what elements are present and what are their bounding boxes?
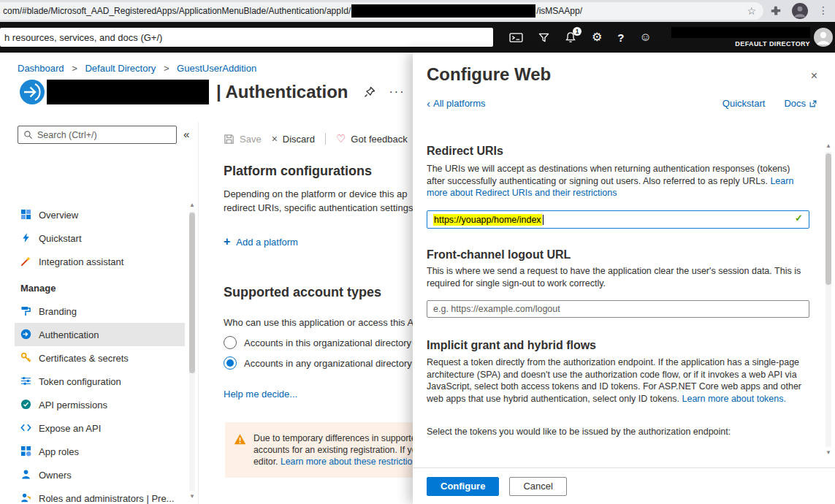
azure-top-bar: h resources, services, and docs (G+/) 1 … (0, 22, 835, 53)
redirect-uris-description: The URIs we will accept as destinations … (427, 163, 809, 199)
global-search-input[interactable]: h resources, services, and docs (G+/) (0, 28, 493, 47)
panel-scrollbar[interactable]: ▲ ▼ (824, 142, 833, 457)
bookmark-star-icon[interactable]: ☆ (747, 5, 756, 17)
platform-desc-line2: redirect URIs, specific authentication s… (224, 201, 424, 215)
sidebar-scrollbar[interactable]: ▲ ▼ (188, 201, 197, 501)
scroll-up-icon[interactable]: ▲ (188, 201, 197, 210)
account-info[interactable]: DEFAULT DIRECTORY (671, 27, 810, 47)
sidebar-item-label: App roles (39, 446, 79, 457)
radio-unselected-icon[interactable] (224, 336, 237, 349)
docs-link[interactable]: Docs (784, 98, 817, 109)
discard-x-icon: × (272, 133, 278, 145)
feedback-smiley-icon[interactable]: ☺ (640, 31, 652, 43)
quickstart-link[interactable]: Quickstart (722, 98, 766, 109)
chevron-left-icon: ‹ (427, 98, 430, 109)
account-avatar[interactable] (814, 28, 833, 47)
close-icon[interactable]: × (811, 70, 817, 82)
sidebar-item-branding[interactable]: Branding (15, 299, 185, 323)
plus-icon: + (224, 235, 230, 248)
sidebar-item-app-roles[interactable]: App roles (15, 440, 185, 463)
logout-url-input[interactable] (427, 300, 809, 318)
command-bar: Save × Discard ♡ Got feedback (224, 130, 408, 148)
discard-button[interactable]: × Discard (272, 133, 315, 145)
sidebar-item-overview[interactable]: Overview (15, 203, 185, 226)
sidebar-item-certificates-secrets[interactable]: Certificates & secrets (15, 346, 185, 370)
sidebar-search-input[interactable]: Search (Ctrl+/) (18, 126, 177, 144)
sidebar-item-expose-an-api[interactable]: Expose an API (15, 416, 185, 440)
redirect-uri-input[interactable]: https://youapp/home/index ✓ (427, 210, 809, 229)
panel-title: Configure Web (427, 64, 551, 85)
sidebar-item-owners[interactable]: Owners (15, 463, 185, 486)
tokens-learn-more-link[interactable]: Learn more about tokens. (682, 394, 786, 404)
topbar-icons: 1 ⚙ ? ☺ (509, 22, 652, 53)
valid-check-icon: ✓ (795, 213, 803, 224)
heart-icon: ♡ (336, 132, 346, 145)
panel-scroll-track[interactable] (826, 152, 831, 447)
supported-account-types-heading: Supported account types (224, 285, 381, 300)
sidebar-item-integration-assistant[interactable]: Integration assistant (15, 250, 185, 273)
external-link-icon (809, 99, 817, 108)
help-icon[interactable]: ? (617, 32, 624, 43)
save-button[interactable]: Save (224, 134, 262, 145)
sidebar-item-label: API permissions (39, 400, 107, 411)
panel-subnav: ‹ All platforms Quickstart Docs (427, 98, 817, 109)
sidebar-item-roles-administrators[interactable]: Roles and administrators | Pre... (15, 486, 185, 504)
configure-button[interactable]: Configure (427, 477, 499, 496)
breadcrumb-default-directory[interactable]: Default Directory (85, 63, 156, 74)
browser-menu-icon[interactable]: ⋮ (818, 4, 828, 16)
sidebar-item-quickstart[interactable]: Quickstart (15, 226, 185, 250)
overview-icon (20, 209, 32, 221)
all-platforms-back-link[interactable]: ‹ All platforms (427, 98, 486, 109)
save-icon (224, 134, 235, 145)
discard-label: Discard (283, 134, 315, 145)
option-label: Accounts in this organizational director… (244, 337, 419, 348)
notifications-bell-icon[interactable]: 1 (565, 31, 576, 43)
cancel-button[interactable]: Cancel (509, 477, 566, 496)
quickstart-icon (20, 232, 32, 244)
redacted-account-info (671, 27, 810, 38)
platform-configurations-description: Depending on the platform or device this… (224, 187, 424, 215)
sidebar-scroll-track[interactable] (189, 211, 195, 491)
sidebar-search-placeholder: Search (Ctrl+/) (37, 130, 97, 140)
sidebar-item-token-configuration[interactable]: Token configuration (15, 370, 185, 393)
sidebar-item-label: Authentication (39, 329, 99, 340)
breadcrumb-dashboard[interactable]: Dashboard (18, 63, 64, 74)
option-label: Accounts in any organizational directory… (244, 358, 424, 369)
breadcrumb-separator: > (72, 63, 77, 74)
url-bar[interactable]: com/#blade/Microsoft_AAD_RegisteredApps/… (0, 2, 763, 20)
feedback-button[interactable]: ♡ Got feedback (336, 132, 408, 145)
cloud-shell-icon[interactable] (509, 32, 523, 43)
implicit-grant-heading: Implicit grant and hybrid flows (427, 339, 596, 352)
sidebar-scroll-thumb[interactable] (189, 213, 195, 373)
sidebar-item-label: Owners (39, 470, 72, 481)
scroll-up-icon[interactable]: ▲ (824, 142, 833, 150)
extensions-puzzle-icon[interactable] (770, 5, 782, 17)
url-suffix: /isMSAApp/ (536, 6, 582, 16)
docs-label: Docs (784, 98, 806, 109)
platform-configurations-heading: Platform configurations (224, 164, 372, 179)
scroll-down-icon[interactable]: ▼ (824, 448, 833, 457)
browser-profile-avatar[interactable] (792, 3, 808, 19)
panel-scroll-thumb[interactable] (826, 153, 831, 285)
sidebar-item-label: Quickstart (39, 233, 82, 244)
account-type-option-single-tenant[interactable]: Accounts in this organizational director… (224, 336, 419, 349)
scroll-down-icon[interactable]: ▼ (188, 492, 197, 501)
directory-filter-icon[interactable] (538, 32, 549, 43)
add-platform-label: Add a platform (236, 237, 298, 248)
add-platform-button[interactable]: + Add a platform (224, 235, 298, 248)
all-platforms-label: All platforms (433, 98, 486, 109)
account-types-question: Who can use this application or access t… (224, 317, 428, 328)
sidebar-item-label: Branding (39, 306, 77, 317)
global-search-text: h resources, services, and docs (G+/) (4, 32, 162, 43)
help-me-decide-link[interactable]: Help me decide... (224, 389, 297, 400)
radio-selected-icon[interactable] (224, 356, 237, 370)
authentication-icon (20, 329, 32, 340)
restrictions-learn-more-link[interactable]: Learn more about these restrictions. (281, 457, 424, 467)
select-tokens-label: Select the tokens you would like to be i… (427, 427, 809, 437)
sidebar-item-authentication[interactable]: Authentication (15, 323, 185, 346)
settings-gear-icon[interactable]: ⚙ (592, 31, 602, 43)
sidebar-item-label: Certificates & secrets (39, 353, 129, 364)
sidebar-item-api-permissions[interactable]: API permissions (15, 393, 185, 416)
account-type-option-multitenant[interactable]: Accounts in any organizational directory… (224, 356, 424, 370)
sidebar-collapse-icon[interactable]: « (183, 128, 189, 140)
